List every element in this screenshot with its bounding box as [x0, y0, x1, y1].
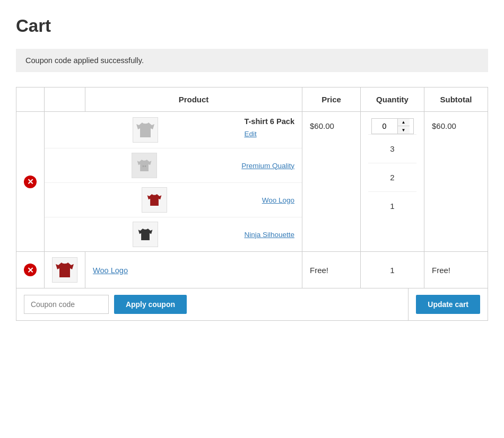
col-header-price: Price: [302, 87, 361, 112]
sub-thumb-woo-logo: [142, 187, 167, 213]
qty-down-row1[interactable]: ▼: [398, 126, 410, 134]
sub-item-link-premium-quality[interactable]: Premium Quality: [241, 162, 294, 170]
subtotal-cell-row2: Free!: [424, 252, 488, 288]
tshirt-icon-gray-small: x·x: [136, 157, 152, 173]
sub-item-woo-logo: Woo Logo: [45, 183, 302, 217]
coupon-input[interactable]: [24, 295, 109, 314]
notice-text: Coupon code applied successfully.: [25, 56, 144, 65]
price-cell-row2: Free!: [302, 252, 361, 288]
tshirt-icon-gray: [135, 120, 155, 140]
price-value-row1: $60.00: [310, 121, 334, 130]
col-header-quantity: Quantity: [361, 87, 424, 112]
sub-thumb-premium-quality: x·x: [132, 153, 157, 178]
qty-up-row1[interactable]: ▲: [398, 119, 410, 126]
success-notice: Coupon code applied successfully.: [16, 49, 488, 72]
col-header-thumb: [45, 87, 85, 112]
svg-text:x·x: x·x: [142, 164, 146, 168]
product-thumb-row1: [133, 117, 158, 143]
col-header-remove: [16, 87, 45, 112]
qty-input-row1[interactable]: [372, 119, 397, 133]
product-cell-row1: T-shirt 6 Pack Edit x·x Premium Quality: [45, 112, 302, 252]
table-row: ✕ Woo Logo Free! 1 Free!: [16, 252, 488, 288]
product-thumb-row2: [52, 257, 77, 283]
tshirt-icon-red: [55, 260, 75, 280]
remove-cell-row1: ✕: [16, 112, 45, 252]
remove-cell-row2: ✕: [16, 252, 45, 288]
subtotal-value-row1: $60.00: [432, 121, 456, 130]
qty-cell-row1: ▲ ▼ 3 2 1: [361, 112, 424, 252]
cart-footer: Apply coupon Update cart: [16, 288, 488, 321]
qty-cell-row2: 1: [361, 252, 424, 288]
coupon-section: Apply coupon: [16, 288, 409, 320]
grouped-main-row: T-shirt 6 Pack Edit: [45, 112, 302, 148]
sub-item-ninja-silhouette: Ninja Silhouette: [45, 217, 302, 251]
page-title: Cart: [16, 16, 488, 36]
remove-button-row1[interactable]: ✕: [24, 176, 37, 188]
product-name-row1: T-shirt 6 Pack: [244, 117, 294, 126]
qty-value-row2: 1: [390, 266, 394, 275]
price-cell-row1: $60.00: [302, 112, 361, 252]
thumb-cell-row2: [45, 252, 85, 288]
product-link-row2[interactable]: Woo Logo: [93, 266, 128, 275]
sub-item-link-woo-logo[interactable]: Woo Logo: [262, 196, 294, 204]
sub-item-link-ninja-silhouette[interactable]: Ninja Silhouette: [244, 231, 294, 239]
qty-buttons-row1: ▲ ▼: [397, 119, 410, 134]
tshirt-icon-dark-small: [137, 226, 153, 242]
remove-icon-row1: ✕: [24, 176, 37, 188]
sub-qty-ninja-silhouette: 1: [368, 191, 416, 220]
sub-qty-premium-quality: 3: [368, 134, 416, 163]
subtotal-value-row2: Free!: [432, 266, 450, 275]
subtotal-cell-row1: $60.00: [424, 112, 488, 252]
tshirt-icon-red-small: [146, 192, 162, 208]
cart-table: Product Price Quantity Subtotal ✕: [16, 87, 488, 288]
sub-qty-woo-logo: 2: [368, 163, 416, 191]
product-edit-link-row1[interactable]: Edit: [244, 130, 256, 138]
sub-thumb-ninja-silhouette: [133, 222, 158, 247]
price-value-row2: Free!: [310, 266, 328, 275]
apply-coupon-button[interactable]: Apply coupon: [114, 295, 187, 314]
product-cell-row2: Woo Logo: [85, 252, 302, 288]
update-cart-button[interactable]: Update cart: [416, 295, 480, 314]
col-header-product: Product: [85, 87, 302, 112]
sub-item-premium-quality: x·x Premium Quality: [45, 148, 302, 183]
update-section: Update cart: [409, 288, 488, 320]
remove-icon-row2: ✕: [24, 264, 37, 276]
qty-spinner-row1: ▲ ▼: [371, 118, 414, 134]
table-row: ✕ T-shirt 6 P: [16, 112, 488, 252]
remove-button-row2[interactable]: ✕: [24, 264, 37, 276]
product-info-row1: T-shirt 6 Pack Edit: [244, 117, 294, 138]
col-header-subtotal: Subtotal: [424, 87, 488, 112]
